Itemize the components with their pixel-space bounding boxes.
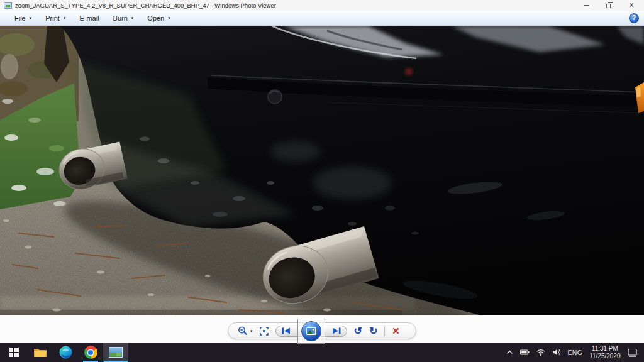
viewer-toolbar: ▾	[228, 322, 416, 339]
zoom-button[interactable]: ▾	[238, 326, 253, 336]
taskbar-clock[interactable]: 11:31 PM 11/25/2020	[586, 343, 624, 362]
taskbar-microsoft-edge[interactable]	[53, 343, 78, 362]
google-chrome-icon	[84, 346, 97, 359]
window-titlebar: zoom_JAGUAR_S_TYPE_4.2_V8_R_SUPER_CHARGE…	[0, 0, 644, 11]
battery-status[interactable]	[516, 343, 533, 362]
photo-viewer-icon	[109, 347, 123, 358]
network-status[interactable]	[533, 343, 548, 362]
chevron-down-icon: ▾	[30, 16, 32, 20]
chevron-down-icon: ▾	[131, 16, 134, 20]
window-controls: ✕	[582, 2, 640, 9]
language-indicator[interactable]: ENG	[564, 343, 586, 362]
delete-button[interactable]: ✕	[392, 326, 400, 336]
actual-size-button[interactable]	[260, 327, 269, 336]
taskbar-file-explorer[interactable]	[28, 343, 53, 362]
clock-time: 11:31 PM	[589, 345, 620, 353]
volume-control[interactable]	[548, 343, 564, 362]
menu-burn[interactable]: Burn ▾	[106, 13, 141, 24]
file-explorer-icon	[33, 347, 47, 358]
clock-date: 11/25/2020	[589, 353, 620, 360]
navigation-group	[275, 326, 347, 337]
taskbar: ENG 11:31 PM 11/25/2020	[0, 343, 644, 362]
menu-file[interactable]: File ▾	[8, 13, 38, 24]
speaker-icon	[552, 349, 561, 356]
previous-icon	[282, 327, 291, 334]
picture-icon	[306, 327, 316, 335]
photo-canvas	[0, 26, 644, 315]
previous-button[interactable]	[282, 327, 291, 334]
magnifier-plus-icon	[238, 326, 248, 336]
rotate-clockwise-button[interactable]: ↻	[369, 326, 377, 336]
desktop: zoom_JAGUAR_S_TYPE_4.2_V8_R_SUPER_CHARGE…	[0, 0, 644, 362]
battery-icon	[520, 349, 530, 355]
photo-viewer-window-icon	[4, 2, 12, 9]
viewer-bottom-bar: ▾	[0, 315, 644, 343]
wifi-icon	[536, 349, 545, 356]
action-center-button[interactable]	[624, 343, 641, 362]
next-icon	[332, 327, 341, 334]
play-slideshow-button[interactable]	[301, 321, 321, 341]
restore-button[interactable]	[605, 2, 613, 9]
system-tray: ENG 11:31 PM 11/25/2020	[502, 343, 644, 362]
hidden-icons-button[interactable]	[502, 343, 516, 362]
chevron-down-icon: ▾	[168, 16, 170, 20]
actual-size-icon	[260, 327, 269, 336]
notifications-icon	[628, 348, 638, 357]
chevron-down-icon: ▾	[250, 329, 253, 333]
menu-email[interactable]: E-mail	[72, 13, 106, 24]
photo-jaguar-exhaust	[0, 26, 644, 315]
menu-print[interactable]: Print ▾	[38, 13, 72, 24]
help-icon[interactable]: ?	[629, 13, 639, 23]
toolbar-divider	[384, 326, 385, 336]
menubar: File ▾ Print ▾ E-mail Burn ▾ Open ▾ ?	[0, 11, 644, 26]
start-button[interactable]	[0, 343, 28, 362]
windows-logo-icon	[9, 348, 19, 357]
taskbar-google-chrome[interactable]	[78, 343, 103, 362]
taskbar-photo-viewer[interactable]	[103, 343, 128, 362]
window-title: zoom_JAGUAR_S_TYPE_4.2_V8_R_SUPER_CHARGE…	[15, 2, 276, 9]
chevron-up-icon	[506, 350, 513, 354]
rotate-counterclockwise-button[interactable]: ↺	[354, 326, 362, 336]
microsoft-edge-icon	[59, 346, 72, 359]
chevron-down-icon: ▾	[64, 16, 66, 20]
minimize-button[interactable]	[582, 2, 590, 9]
menu-open[interactable]: Open ▾	[140, 13, 177, 24]
close-button[interactable]: ✕	[628, 2, 635, 9]
next-button[interactable]	[332, 327, 341, 334]
